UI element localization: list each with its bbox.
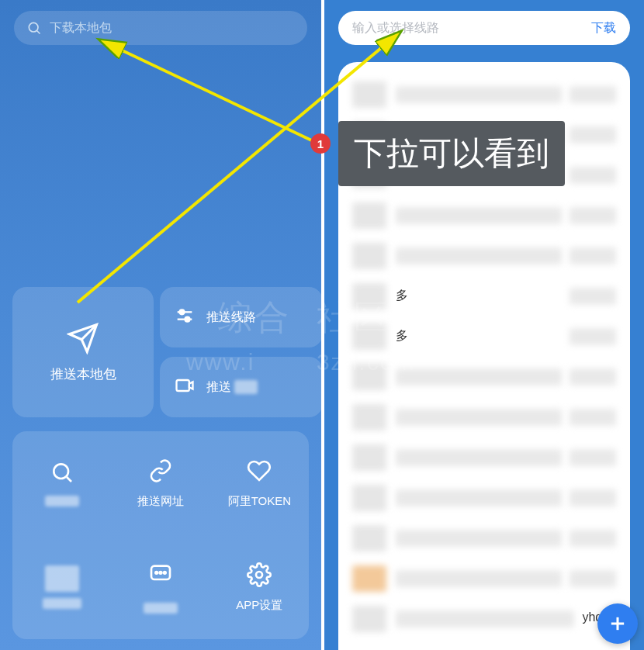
video-icon: [174, 375, 196, 399]
blurred-text: [234, 380, 258, 394]
list-item[interactable]: 多: [352, 276, 616, 316]
svg-point-5: [185, 317, 190, 322]
list-item[interactable]: [352, 437, 616, 478]
blurred-icon: [45, 565, 79, 592]
svg-point-7: [54, 464, 68, 479]
sliders-icon: [174, 305, 196, 330]
watermark: 社区: [317, 295, 391, 341]
svg-rect-6: [177, 380, 189, 391]
plus-icon: [607, 613, 628, 634]
search-placeholder: 下载本地包: [50, 20, 112, 36]
svg-point-10: [155, 572, 158, 574]
left-screen: 下载本地包 推送本地包 推送线路 推送 推送网址 阿里: [0, 0, 321, 650]
add-button[interactable]: [597, 603, 638, 644]
paper-plane-icon: [67, 322, 99, 358]
gear-icon: [247, 562, 272, 590]
svg-point-3: [180, 309, 185, 314]
blurred-label: [45, 496, 79, 507]
route-input-bar[interactable]: 输入或选择线路 下载: [338, 11, 630, 45]
blurred-label: [144, 603, 178, 614]
annotation-tooltip: 下拉可以看到: [338, 121, 565, 186]
list-item[interactable]: [352, 558, 616, 599]
right-screen: 输入或选择线路 下载 太硬 多 多 yhqu5 社区 3zh.com: [324, 0, 644, 650]
blurred-label: [43, 598, 81, 609]
search-icon: [26, 20, 42, 36]
grid-push-url-label: 推送网址: [137, 494, 184, 509]
push-video-label: 推送: [206, 379, 231, 396]
watermark: 综合: [217, 295, 292, 341]
grid-search[interactable]: [12, 431, 111, 535]
svg-line-1: [37, 31, 40, 34]
list-item[interactable]: [352, 478, 616, 518]
svg-point-12: [164, 572, 166, 574]
svg-line-8: [67, 477, 71, 482]
grid-app-settings-label: APP设置: [236, 598, 282, 613]
watermark-url: 3zh.com: [317, 349, 415, 375]
svg-point-0: [29, 22, 38, 32]
annotation-badge: 1: [310, 133, 331, 154]
grid-ali-token-label: 阿里TOKEN: [228, 494, 291, 509]
route-input-placeholder: 输入或选择线路: [352, 20, 591, 36]
grid-blurred-1[interactable]: [12, 535, 111, 639]
list-item[interactable]: [352, 236, 616, 276]
push-local-card[interactable]: 推送本地包: [12, 287, 154, 417]
chat-icon: [148, 561, 173, 589]
list-item[interactable]: [352, 195, 616, 236]
heart-icon: [247, 458, 272, 486]
grid-ali-token[interactable]: 阿里TOKEN: [210, 431, 309, 535]
list-item[interactable]: [352, 397, 616, 437]
list-item[interactable]: yhqu5: [352, 599, 616, 639]
grid-actions: 推送网址 阿里TOKEN APP设置: [12, 431, 309, 639]
watermark-url: www.i: [186, 349, 254, 375]
search-icon: [50, 460, 74, 488]
grid-chat[interactable]: [111, 535, 209, 639]
svg-point-13: [256, 572, 262, 578]
push-local-label: 推送本地包: [50, 365, 116, 383]
grid-app-settings[interactable]: APP设置: [210, 535, 309, 639]
svg-point-11: [160, 572, 162, 574]
link-icon: [148, 458, 173, 486]
list-item[interactable]: [352, 518, 616, 558]
list-item[interactable]: [352, 74, 616, 115]
search-bar[interactable]: 下载本地包: [14, 11, 307, 45]
grid-push-url[interactable]: 推送网址: [111, 431, 209, 535]
download-button[interactable]: 下载: [591, 20, 616, 36]
